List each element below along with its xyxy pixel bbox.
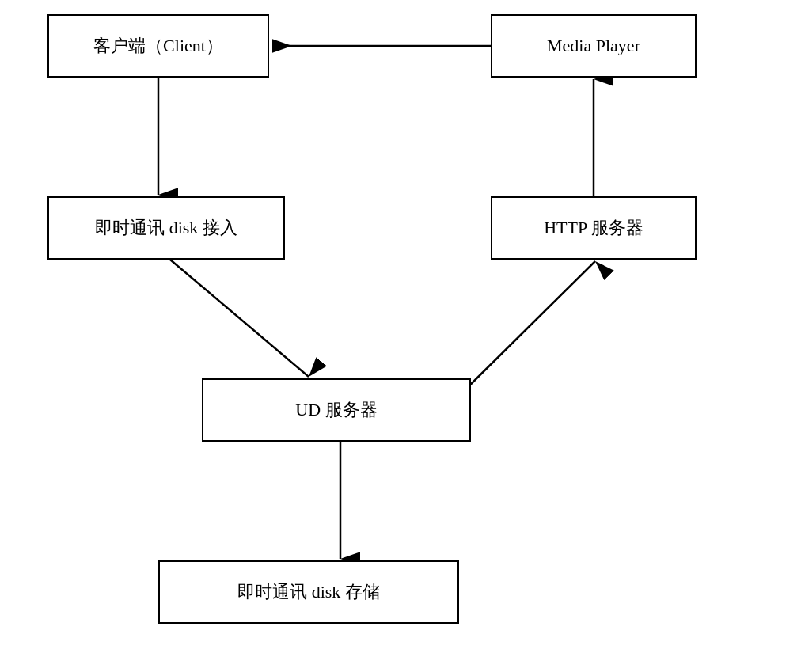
im-disk-access-box: 即时通讯 disk 接入: [47, 196, 285, 260]
client-box: 客户端（Client）: [47, 14, 269, 78]
media-player-label: Media Player: [547, 36, 640, 56]
ud-server-label: UD 服务器: [295, 398, 377, 422]
diagram-container: 客户端（Client） Media Player 即时通讯 disk 接入 HT…: [0, 0, 801, 672]
ud-server-box: UD 服务器: [202, 378, 471, 442]
arrow-im-to-ud: [170, 260, 309, 377]
http-server-box: HTTP 服务器: [491, 196, 697, 260]
im-disk-access-label: 即时通讯 disk 接入: [95, 216, 237, 240]
im-disk-storage-label: 即时通讯 disk 存储: [237, 580, 380, 604]
media-player-box: Media Player: [491, 14, 697, 78]
client-label: 客户端（Client）: [93, 34, 223, 58]
im-disk-storage-box: 即时通讯 disk 存储: [158, 560, 459, 624]
arrow-ud-to-http: [459, 261, 595, 396]
http-server-label: HTTP 服务器: [544, 216, 643, 240]
